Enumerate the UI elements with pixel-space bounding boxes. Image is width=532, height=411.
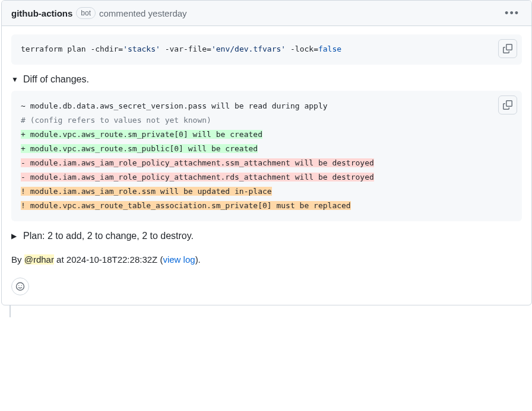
diff-span-add: + module.vpc.aws_route.sm_private[0] wil… bbox=[21, 130, 262, 139]
author-mention[interactable]: @rdhar bbox=[24, 254, 54, 265]
view-log-link[interactable]: view log bbox=[163, 254, 195, 265]
triangle-right-icon: ▶ bbox=[11, 232, 20, 240]
byline-by: By bbox=[11, 254, 24, 265]
command-code-block: terraform plan -chdir='stacks' -var-file… bbox=[11, 34, 522, 65]
byline: By @rdhar at 2024-10-18T22:28:32Z (view … bbox=[11, 254, 522, 265]
diff-line: - module.iam.aws_iam_role_policy_attachm… bbox=[21, 156, 512, 170]
diff-line: + module.vpc.aws_route.sm_private[0] wil… bbox=[21, 128, 512, 142]
diff-code-block: ~ module.db.data.aws_secret_version.pass… bbox=[11, 91, 522, 221]
diff-span-del: - module.iam.aws_iam_role_policy_attachm… bbox=[21, 158, 374, 167]
command-token bbox=[160, 44, 165, 53]
copy-command-button[interactable] bbox=[498, 39, 517, 58]
svg-point-0 bbox=[17, 283, 24, 291]
diff-disclosure[interactable]: ▼ Diff of changes. bbox=[11, 74, 522, 85]
copy-diff-button[interactable] bbox=[498, 95, 517, 114]
svg-point-1 bbox=[18, 285, 19, 286]
diff-span-add: + module.vpc.aws_route.sm_public[0] will… bbox=[21, 144, 258, 153]
svg-point-2 bbox=[21, 285, 22, 286]
more-actions-button[interactable]: ••• bbox=[502, 5, 522, 21]
reactions bbox=[11, 278, 522, 295]
diff-line: ~ module.db.data.aws_secret_version.pass… bbox=[21, 99, 512, 113]
copy-icon bbox=[503, 44, 512, 53]
diff-lines: ~ module.db.data.aws_secret_version.pass… bbox=[21, 99, 512, 213]
command-token bbox=[286, 44, 290, 53]
plan-summary-text: Plan: 2 to add, 2 to change, 2 to destro… bbox=[23, 231, 194, 241]
byline-paren-close: ). bbox=[195, 254, 201, 265]
bot-badge: bot bbox=[76, 7, 96, 19]
comment-header-left: github-actions bot commented yesterday bbox=[11, 7, 187, 19]
comment-meta-prefix: commented bbox=[99, 8, 148, 18]
diff-line: - module.iam.aws_iam_role_policy_attachm… bbox=[21, 170, 512, 184]
byline-timestamp: 2024-10-18T22:28:32Z bbox=[66, 254, 157, 265]
diff-span-del: - module.iam.aws_iam_role_policy_attachm… bbox=[21, 173, 374, 181]
add-reaction-button[interactable] bbox=[11, 278, 29, 295]
plan-disclosure[interactable]: ▶ Plan: 2 to add, 2 to change, 2 to dest… bbox=[11, 231, 522, 241]
command-token: 'stacks' bbox=[123, 44, 160, 53]
diff-line: + module.vpc.aws_route.sm_public[0] will… bbox=[21, 142, 512, 156]
diff-line: ! module.vpc.aws_route_table_association… bbox=[21, 199, 512, 213]
command-token: terraform plan bbox=[21, 44, 90, 53]
triangle-down-icon: ▼ bbox=[11, 75, 20, 84]
diff-line: ! module.iam.aws_iam_role.ssm will be up… bbox=[21, 184, 512, 199]
diff-line: # (config refers to values not yet known… bbox=[21, 113, 512, 128]
copy-icon bbox=[503, 100, 512, 110]
diff-span-warn: ! module.iam.aws_iam_role.ssm will be up… bbox=[21, 187, 272, 196]
comment-meta: commented yesterday bbox=[99, 8, 187, 18]
comment-header: github-actions bot commented yesterday •… bbox=[2, 1, 531, 26]
command-token: false bbox=[318, 44, 341, 53]
comment-meta-time[interactable]: yesterday bbox=[148, 8, 187, 18]
command-token: -var-file= bbox=[165, 44, 211, 53]
diff-title: Diff of changes. bbox=[23, 74, 89, 85]
command-token: -chdir= bbox=[90, 44, 123, 53]
kebab-icon: ••• bbox=[505, 7, 520, 19]
comment-body: terraform plan -chdir='stacks' -var-file… bbox=[2, 26, 531, 305]
comment-card: github-actions bot commented yesterday •… bbox=[1, 0, 532, 305]
diff-span-warn: ! module.vpc.aws_route_table_association… bbox=[21, 201, 351, 210]
byline-at: at bbox=[54, 254, 66, 265]
command-text: terraform plan -chdir='stacks' -var-file… bbox=[21, 44, 512, 55]
command-token: -lock= bbox=[290, 44, 318, 53]
author-name[interactable]: github-actions bbox=[11, 8, 72, 18]
command-token: 'env/dev.tfvars' bbox=[211, 44, 286, 53]
smiley-icon bbox=[15, 282, 25, 291]
